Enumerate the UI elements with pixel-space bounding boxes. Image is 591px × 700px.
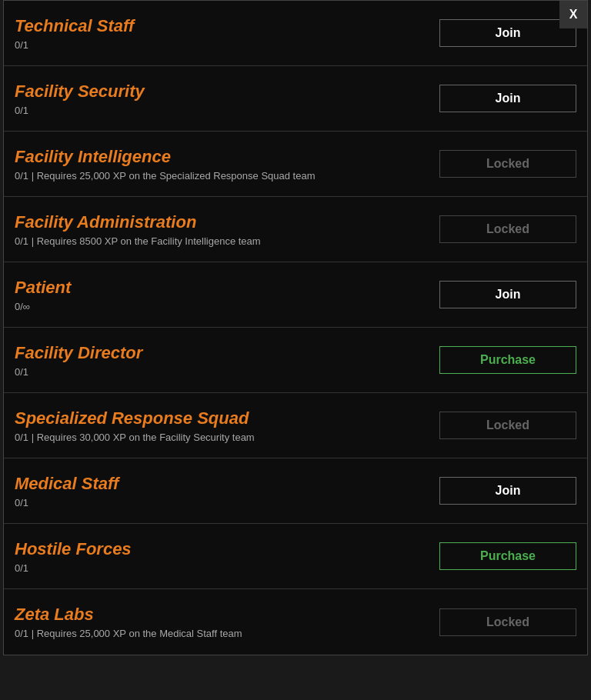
btn-specialized-response-squad: Locked — [439, 412, 576, 439]
row-subtitle-technical-staff: 0/1 — [15, 39, 430, 51]
rows-container: Technical Staff0/1JoinFacility Security0… — [4, 1, 587, 655]
row-left-medical-staff: Medical Staff0/1 — [15, 474, 430, 508]
btn-facility-intelligence: Locked — [439, 150, 576, 178]
row-title-facility-director: Facility Director — [15, 343, 430, 363]
row-facility-security: Facility Security0/1Join — [4, 66, 587, 132]
btn-medical-staff[interactable]: Join — [439, 477, 576, 505]
row-subtitle-specialized-response-squad: 0/1 | Requires 30,000 XP on the Facility… — [15, 432, 430, 443]
main-window: X Technical Staff0/1JoinFacility Securit… — [3, 0, 588, 655]
row-subtitle-patient: 0/∞ — [15, 301, 430, 312]
row-title-medical-staff: Medical Staff — [15, 474, 430, 494]
row-subtitle-hostile-forces: 0/1 — [15, 562, 430, 574]
row-title-specialized-response-squad: Specialized Response Squad — [15, 408, 430, 428]
row-medical-staff: Medical Staff0/1Join — [4, 458, 587, 524]
row-right-patient: Join — [439, 281, 576, 308]
row-patient: Patient0/∞Join — [4, 262, 587, 328]
row-title-zeta-labs: Zeta Labs — [15, 605, 430, 625]
row-facility-administration: Facility Administration0/1 | Requires 85… — [4, 197, 587, 262]
btn-facility-security[interactable]: Join — [439, 85, 576, 112]
row-left-facility-director: Facility Director0/1 — [15, 343, 430, 378]
row-right-technical-staff: Join — [439, 19, 576, 47]
row-right-facility-intelligence: Locked — [439, 150, 576, 178]
row-title-facility-administration: Facility Administration — [15, 212, 430, 232]
row-subtitle-zeta-labs: 0/1 | Requires 25,000 XP on the Medical … — [15, 628, 430, 639]
row-zeta-labs: Zeta Labs0/1 | Requires 25,000 XP on the… — [4, 589, 587, 655]
row-right-zeta-labs: Locked — [439, 608, 576, 636]
row-right-hostile-forces: Purchase — [439, 542, 576, 570]
row-left-facility-intelligence: Facility Intelligence0/1 | Requires 25,0… — [15, 147, 430, 182]
row-left-zeta-labs: Zeta Labs0/1 | Requires 25,000 XP on the… — [15, 605, 430, 639]
row-title-technical-staff: Technical Staff — [15, 16, 430, 36]
close-button[interactable]: X — [559, 1, 587, 28]
row-left-specialized-response-squad: Specialized Response Squad0/1 | Requires… — [15, 408, 430, 443]
row-left-facility-security: Facility Security0/1 — [15, 82, 430, 116]
btn-hostile-forces[interactable]: Purchase — [439, 542, 576, 570]
row-hostile-forces: Hostile Forces0/1Purchase — [4, 524, 587, 589]
row-specialized-response-squad: Specialized Response Squad0/1 | Requires… — [4, 393, 587, 458]
btn-facility-director[interactable]: Purchase — [439, 346, 576, 374]
row-right-facility-director: Purchase — [439, 346, 576, 374]
row-left-hostile-forces: Hostile Forces0/1 — [15, 539, 430, 574]
row-subtitle-medical-staff: 0/1 — [15, 497, 430, 508]
row-right-medical-staff: Join — [439, 477, 576, 505]
btn-patient[interactable]: Join — [439, 281, 576, 308]
row-subtitle-facility-intelligence: 0/1 | Requires 25,000 XP on the Speciali… — [15, 170, 430, 182]
row-subtitle-facility-administration: 0/1 | Requires 8500 XP on the Facility I… — [15, 235, 430, 247]
row-facility-intelligence: Facility Intelligence0/1 | Requires 25,0… — [4, 132, 587, 197]
btn-facility-administration: Locked — [439, 215, 576, 243]
row-title-facility-intelligence: Facility Intelligence — [15, 147, 430, 167]
btn-technical-staff[interactable]: Join — [439, 19, 576, 47]
row-subtitle-facility-security: 0/1 — [15, 105, 430, 116]
row-right-facility-security: Join — [439, 85, 576, 112]
row-technical-staff: Technical Staff0/1Join — [4, 1, 587, 66]
row-left-technical-staff: Technical Staff0/1 — [15, 16, 430, 51]
row-title-facility-security: Facility Security — [15, 82, 430, 102]
row-facility-director: Facility Director0/1Purchase — [4, 328, 587, 393]
row-subtitle-facility-director: 0/1 — [15, 366, 430, 378]
row-right-specialized-response-squad: Locked — [439, 412, 576, 439]
row-title-patient: Patient — [15, 278, 430, 298]
row-left-facility-administration: Facility Administration0/1 | Requires 85… — [15, 212, 430, 247]
row-right-facility-administration: Locked — [439, 215, 576, 243]
row-left-patient: Patient0/∞ — [15, 278, 430, 312]
row-title-hostile-forces: Hostile Forces — [15, 539, 430, 559]
btn-zeta-labs: Locked — [439, 608, 576, 636]
